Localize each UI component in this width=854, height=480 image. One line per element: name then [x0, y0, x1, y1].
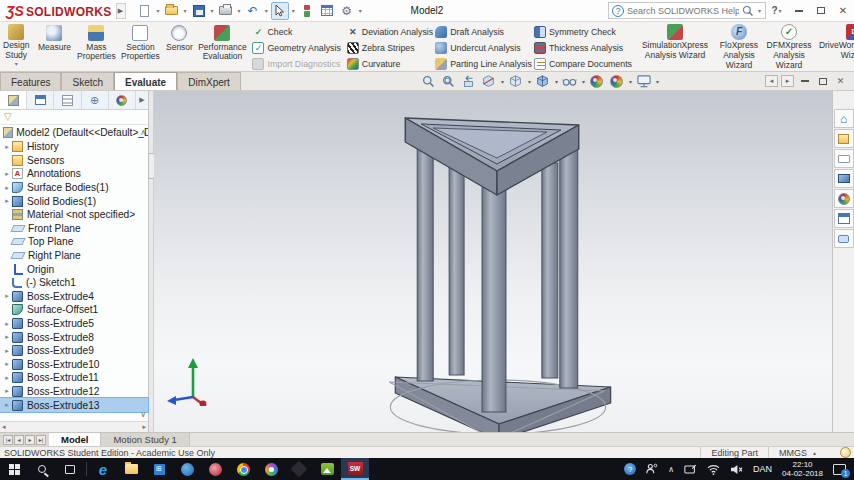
graphics-viewport[interactable]	[154, 91, 832, 432]
tab-features[interactable]: Features	[0, 72, 61, 90]
restore-button[interactable]	[810, 1, 832, 21]
view-palette-tab[interactable]	[834, 169, 854, 188]
undercut-analysis-button[interactable]: Undercut Analysis	[435, 41, 532, 55]
design-library-tab[interactable]	[834, 129, 854, 148]
simulationxpress-wizard-button[interactable]: SimulationXpress Analysis Wizard	[636, 22, 714, 71]
view-orientation-button[interactable]	[508, 74, 524, 89]
tree-item-material[interactable]: Material <not specified>	[0, 208, 148, 222]
compare-documents-button[interactable]: Compare Documents	[534, 57, 632, 71]
dropdown-arrow-icon[interactable]: ▾	[629, 78, 632, 85]
help-tray-button[interactable]: ?	[620, 458, 640, 480]
store-button[interactable]: ⊞	[145, 458, 173, 480]
dfmxpress-wizard-button[interactable]: ✓ DFMXpress Analysis Wizard	[764, 22, 814, 71]
quick-tips-icon[interactable]	[840, 447, 851, 458]
expand-arrow-icon[interactable]: ▸	[2, 143, 12, 151]
tree-item-solid-bodies[interactable]: ▸Solid Bodies(1)	[0, 194, 148, 208]
tree-horizontal-scrollbar[interactable]: ◂ ▸	[0, 421, 148, 432]
open-file-button[interactable]	[163, 2, 181, 20]
expand-arrow-icon[interactable]: ▸	[2, 360, 12, 368]
search-icon[interactable]	[742, 5, 754, 17]
home-tab[interactable]: ⌂	[834, 109, 854, 128]
section-view-button[interactable]	[481, 74, 497, 89]
tree-scroll-up-icon[interactable]: ∧	[140, 128, 146, 137]
prev-tab-button[interactable]: ◂	[14, 435, 24, 445]
performance-button[interactable]	[298, 2, 316, 20]
tab-evaluate[interactable]: Evaluate	[114, 72, 177, 90]
design-study-button[interactable]: Design Study ▾	[0, 22, 32, 71]
edge-button[interactable]: e	[89, 458, 117, 480]
expand-arrow-icon[interactable]: ▸	[2, 387, 12, 395]
dropdown-arrow-icon[interactable]: ▾	[758, 7, 761, 14]
symmetry-check-button[interactable]: Symmetry Check	[534, 25, 632, 39]
appearances-tab[interactable]	[834, 189, 854, 208]
tree-item-boss-extrude8[interactable]: ▸Boss-Extrude8	[0, 330, 148, 344]
file-explorer-button[interactable]	[117, 458, 145, 480]
doc-close-button[interactable]: ✕	[833, 75, 848, 88]
network-button[interactable]	[703, 458, 724, 480]
section-properties-button[interactable]: Section Properties	[118, 24, 162, 63]
displaymanager-tab[interactable]	[109, 91, 136, 109]
tree-item-origin[interactable]: Origin	[0, 262, 148, 276]
last-tab-button[interactable]: ▸|	[36, 435, 46, 445]
expand-arrow-icon[interactable]: ▸	[2, 374, 12, 382]
custom-properties-tab[interactable]	[834, 209, 854, 228]
driveworksxpress-wizard-button[interactable]: D DriveWorksXpress Wizard	[814, 22, 854, 71]
first-tab-button[interactable]: |◂	[3, 435, 13, 445]
filter-funnel-icon[interactable]: ▽	[4, 112, 12, 122]
zoom-to-fit-button[interactable]	[421, 74, 437, 89]
tab-sketch[interactable]: Sketch	[61, 72, 114, 90]
dropdown-arrow-icon[interactable]: ▾	[582, 78, 585, 85]
dropdown-arrow-icon[interactable]: ▾	[157, 7, 160, 14]
tree-item-annotations[interactable]: ▸AAnnotations	[0, 167, 148, 181]
floxpress-wizard-button[interactable]: F FloXpress Analysis Wizard	[714, 22, 764, 71]
tree-item-boss-extrude13[interactable]: ▸Boss-Extrude13	[0, 398, 148, 412]
expand-arrow-icon[interactable]: ▸	[2, 333, 12, 341]
forum-tab[interactable]	[834, 229, 854, 248]
tree-item-surface-bodies[interactable]: ▸Surface Bodies(1)	[0, 181, 148, 195]
scroll-left-icon[interactable]: ◂	[2, 423, 6, 431]
propertymanager-tab[interactable]	[27, 91, 54, 109]
paint-app-button[interactable]	[257, 458, 285, 480]
start-button[interactable]	[0, 458, 28, 480]
back-button[interactable]: ◂	[765, 75, 778, 87]
select-button[interactable]	[271, 2, 289, 20]
expand-arrow-icon[interactable]: ▸	[2, 197, 12, 205]
check-button[interactable]: ✓Check	[252, 25, 340, 39]
dropdown-arrow-icon[interactable]: ▾	[528, 78, 531, 85]
search-input[interactable]	[627, 6, 739, 16]
tree-item-sketch1[interactable]: (-) Sketch1	[0, 276, 148, 290]
chrome-button[interactable]	[229, 458, 257, 480]
tree-item-boss-extrude11[interactable]: ▸Boss-Extrude11	[0, 371, 148, 385]
clock[interactable]: 22:10 04-02-2018	[778, 458, 827, 480]
volume-button[interactable]	[726, 458, 747, 480]
solidworks-taskbar-button[interactable]: SW	[341, 458, 369, 480]
people-button[interactable]	[642, 458, 662, 480]
motion-study-tab[interactable]: Motion Study 1	[101, 433, 189, 446]
performance-evaluation-button[interactable]: Performance Evaluation	[196, 24, 248, 63]
dropdown-arrow-icon[interactable]: ▾	[501, 78, 504, 85]
dropdown-arrow-icon[interactable]: ▾	[656, 78, 659, 85]
tree-item-front-plane[interactable]: Front Plane	[0, 222, 148, 236]
zebra-stripes-button[interactable]: Zebra Stripes	[347, 41, 433, 55]
image-app-button[interactable]	[313, 458, 341, 480]
zoom-to-area-button[interactable]	[441, 74, 457, 89]
language-indicator[interactable]: DAN	[749, 458, 776, 480]
hide-show-items-button[interactable]	[562, 74, 578, 89]
toolbar-flyout-button[interactable]: ▶	[116, 3, 126, 19]
expand-arrow-icon[interactable]: ▸	[2, 170, 12, 178]
dropdown-arrow-icon[interactable]: ▾	[238, 7, 241, 14]
tree-item-sensors[interactable]: Sensors	[0, 154, 148, 168]
mass-properties-button[interactable]: Mass Properties	[74, 24, 118, 63]
expand-arrow-icon[interactable]: ▸	[2, 184, 12, 192]
geometry-analysis-button[interactable]: ✓Geometry Analysis	[252, 41, 340, 55]
previous-view-button[interactable]	[461, 74, 477, 89]
curvature-button[interactable]: Curvature	[347, 57, 433, 71]
forward-button[interactable]: ▸	[781, 75, 794, 87]
new-file-button[interactable]	[136, 2, 154, 20]
thickness-analysis-button[interactable]: Thickness Analysis	[534, 41, 632, 55]
tree-scroll-down-icon[interactable]: ∨	[140, 410, 146, 419]
apply-scene-button[interactable]	[609, 74, 625, 89]
taskbar-search-button[interactable]	[28, 458, 56, 480]
dimxpertmanager-tab[interactable]: ⊕	[82, 91, 109, 109]
next-tab-button[interactable]: ▸	[25, 435, 35, 445]
